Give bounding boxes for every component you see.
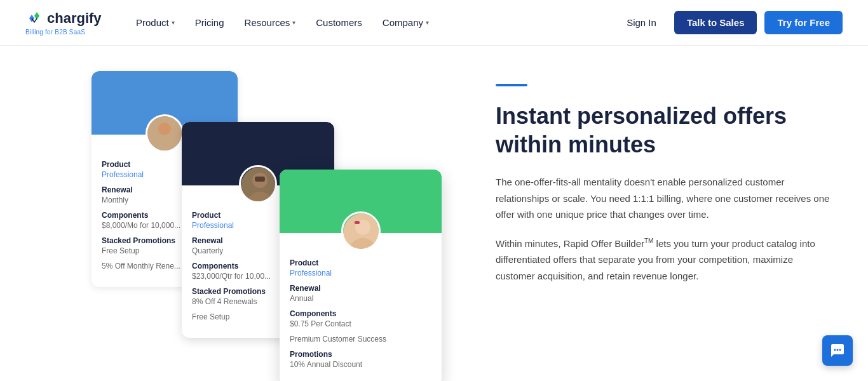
logo-name: chargify — [47, 10, 102, 27]
chat-icon — [830, 343, 845, 358]
card3-renewal-value: Annual — [290, 294, 431, 303]
card1-avatar — [146, 114, 184, 152]
product-chevron-icon: ▾ — [172, 19, 175, 26]
hero-headline: Instant personalized offers within minut… — [496, 102, 830, 159]
signin-button[interactable]: Sign In — [616, 12, 667, 33]
company-chevron-icon: ▾ — [426, 19, 429, 26]
logo-area[interactable]: chargify Billing for B2B SaaS — [25, 10, 102, 36]
card3-components-value2: Premium Customer Success — [290, 335, 431, 344]
hero-p2-tm: TM — [644, 237, 653, 244]
logo[interactable]: chargify — [25, 10, 102, 27]
hero-text: Instant personalized offers within minut… — [458, 71, 830, 297]
card3-renewal-label: Renewal — [290, 284, 431, 293]
resources-chevron-icon: ▾ — [292, 19, 295, 26]
card3-product-label: Product — [290, 258, 431, 267]
talk-to-sales-button[interactable]: Talk to Sales — [674, 11, 757, 34]
offer-card-3: Product Professional Renewal Annual Comp… — [280, 170, 442, 381]
card3-components-value1: $0.75 Per Contact — [290, 319, 431, 328]
logo-subtitle: Billing for B2B SaaS — [25, 29, 85, 36]
nav-actions: Sign In Talk to Sales Try for Free — [616, 11, 843, 34]
try-for-free-button[interactable]: Try for Free — [764, 11, 843, 34]
svg-point-13 — [837, 349, 839, 351]
card3-body: Product Professional Renewal Annual Comp… — [280, 233, 442, 381]
hero-paragraph1: The one-offer-fits-all mentality doesn't… — [496, 174, 830, 223]
svg-rect-11 — [355, 221, 360, 224]
card3-promos-value: 10% Annual Discount — [290, 360, 431, 369]
svg-point-12 — [834, 349, 836, 351]
nav-customers[interactable]: Customers — [307, 12, 371, 33]
accent-line — [496, 84, 527, 86]
nav-pricing[interactable]: Pricing — [186, 12, 233, 33]
chargify-logo-icon — [25, 10, 43, 27]
nav-product[interactable]: Product ▾ — [127, 12, 184, 33]
hero-paragraph2: Within minutes, Rapid Offer BuilderTM le… — [496, 236, 830, 284]
cards-area: Product Professional Renewal Monthly Com… — [38, 71, 458, 376]
nav-company[interactable]: Company ▾ — [374, 12, 438, 33]
card2-avatar — [239, 165, 277, 203]
card3-components-label: Components — [290, 309, 431, 318]
hero-p2-prefix: Within minutes, Rapid Offer Builder — [496, 238, 644, 249]
card3-avatar — [341, 211, 381, 251]
chat-button[interactable] — [822, 335, 853, 366]
main-content: Product Professional Renewal Monthly Com… — [0, 46, 868, 381]
navbar: chargify Billing for B2B SaaS Product ▾ … — [0, 0, 868, 46]
svg-rect-6 — [255, 177, 265, 182]
card3-promos-label: Promotions — [290, 350, 431, 359]
person1-avatar-image — [147, 114, 182, 152]
card3-header — [280, 170, 442, 233]
nav-links: Product ▾ Pricing Resources ▾ Customers … — [127, 12, 616, 33]
nav-resources[interactable]: Resources ▾ — [236, 12, 305, 33]
svg-point-2 — [158, 123, 171, 135]
svg-point-14 — [839, 349, 841, 351]
card3-product-value: Professional — [290, 269, 431, 277]
